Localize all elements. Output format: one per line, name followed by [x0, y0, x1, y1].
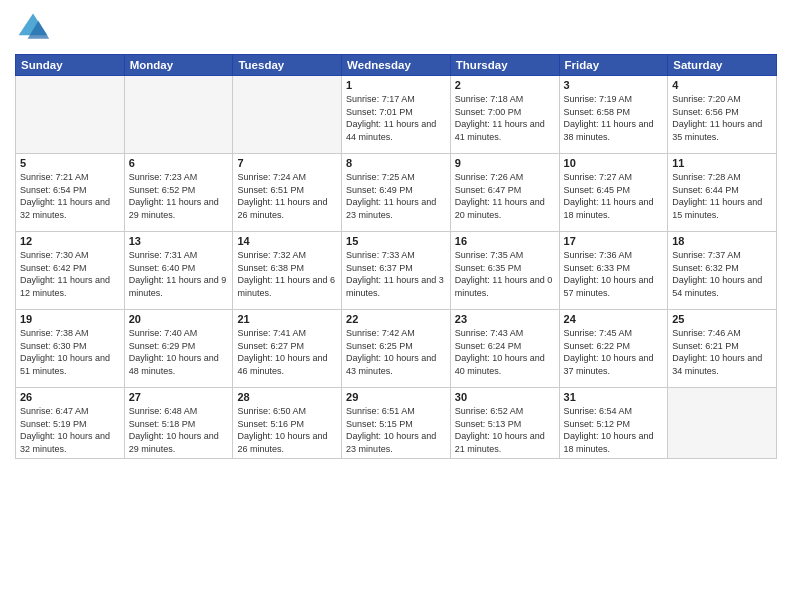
- day-info: Sunrise: 7:40 AM Sunset: 6:29 PM Dayligh…: [129, 327, 229, 377]
- day-number: 19: [20, 313, 120, 325]
- day-info: Sunrise: 7:31 AM Sunset: 6:40 PM Dayligh…: [129, 249, 229, 299]
- header: [15, 10, 777, 46]
- calendar-cell: 14Sunrise: 7:32 AM Sunset: 6:38 PM Dayli…: [233, 232, 342, 310]
- day-info: Sunrise: 6:52 AM Sunset: 5:13 PM Dayligh…: [455, 405, 555, 455]
- calendar-cell: 6Sunrise: 7:23 AM Sunset: 6:52 PM Daylig…: [124, 154, 233, 232]
- weekday-header-saturday: Saturday: [668, 55, 777, 76]
- weekday-header-row: SundayMondayTuesdayWednesdayThursdayFrid…: [16, 55, 777, 76]
- day-number: 14: [237, 235, 337, 247]
- day-number: 8: [346, 157, 446, 169]
- day-info: Sunrise: 7:26 AM Sunset: 6:47 PM Dayligh…: [455, 171, 555, 221]
- calendar-cell: [668, 388, 777, 459]
- day-info: Sunrise: 6:54 AM Sunset: 5:12 PM Dayligh…: [564, 405, 664, 455]
- calendar-cell: 25Sunrise: 7:46 AM Sunset: 6:21 PM Dayli…: [668, 310, 777, 388]
- day-number: 2: [455, 79, 555, 91]
- calendar-week-1: 1Sunrise: 7:17 AM Sunset: 7:01 PM Daylig…: [16, 76, 777, 154]
- day-number: 12: [20, 235, 120, 247]
- day-info: Sunrise: 7:35 AM Sunset: 6:35 PM Dayligh…: [455, 249, 555, 299]
- day-number: 1: [346, 79, 446, 91]
- day-number: 16: [455, 235, 555, 247]
- logo-icon: [15, 10, 51, 46]
- calendar-week-3: 12Sunrise: 7:30 AM Sunset: 6:42 PM Dayli…: [16, 232, 777, 310]
- day-info: Sunrise: 7:24 AM Sunset: 6:51 PM Dayligh…: [237, 171, 337, 221]
- day-number: 24: [564, 313, 664, 325]
- calendar-cell: 4Sunrise: 7:20 AM Sunset: 6:56 PM Daylig…: [668, 76, 777, 154]
- calendar-cell: 10Sunrise: 7:27 AM Sunset: 6:45 PM Dayli…: [559, 154, 668, 232]
- calendar-cell: 12Sunrise: 7:30 AM Sunset: 6:42 PM Dayli…: [16, 232, 125, 310]
- day-number: 31: [564, 391, 664, 403]
- calendar-cell: 3Sunrise: 7:19 AM Sunset: 6:58 PM Daylig…: [559, 76, 668, 154]
- calendar-cell: 8Sunrise: 7:25 AM Sunset: 6:49 PM Daylig…: [342, 154, 451, 232]
- day-info: Sunrise: 6:48 AM Sunset: 5:18 PM Dayligh…: [129, 405, 229, 455]
- day-number: 11: [672, 157, 772, 169]
- calendar-cell: 27Sunrise: 6:48 AM Sunset: 5:18 PM Dayli…: [124, 388, 233, 459]
- day-info: Sunrise: 7:41 AM Sunset: 6:27 PM Dayligh…: [237, 327, 337, 377]
- calendar-cell: 1Sunrise: 7:17 AM Sunset: 7:01 PM Daylig…: [342, 76, 451, 154]
- day-info: Sunrise: 7:32 AM Sunset: 6:38 PM Dayligh…: [237, 249, 337, 299]
- day-info: Sunrise: 7:18 AM Sunset: 7:00 PM Dayligh…: [455, 93, 555, 143]
- weekday-header-monday: Monday: [124, 55, 233, 76]
- day-info: Sunrise: 7:30 AM Sunset: 6:42 PM Dayligh…: [20, 249, 120, 299]
- calendar-cell: 23Sunrise: 7:43 AM Sunset: 6:24 PM Dayli…: [450, 310, 559, 388]
- calendar-cell: 18Sunrise: 7:37 AM Sunset: 6:32 PM Dayli…: [668, 232, 777, 310]
- day-number: 23: [455, 313, 555, 325]
- weekday-header-wednesday: Wednesday: [342, 55, 451, 76]
- day-info: Sunrise: 7:37 AM Sunset: 6:32 PM Dayligh…: [672, 249, 772, 299]
- day-number: 21: [237, 313, 337, 325]
- day-number: 29: [346, 391, 446, 403]
- day-info: Sunrise: 7:25 AM Sunset: 6:49 PM Dayligh…: [346, 171, 446, 221]
- day-info: Sunrise: 7:45 AM Sunset: 6:22 PM Dayligh…: [564, 327, 664, 377]
- calendar-cell: 24Sunrise: 7:45 AM Sunset: 6:22 PM Dayli…: [559, 310, 668, 388]
- day-info: Sunrise: 7:21 AM Sunset: 6:54 PM Dayligh…: [20, 171, 120, 221]
- day-info: Sunrise: 7:23 AM Sunset: 6:52 PM Dayligh…: [129, 171, 229, 221]
- day-number: 22: [346, 313, 446, 325]
- calendar-cell: [233, 76, 342, 154]
- day-info: Sunrise: 7:33 AM Sunset: 6:37 PM Dayligh…: [346, 249, 446, 299]
- day-number: 30: [455, 391, 555, 403]
- calendar-cell: 29Sunrise: 6:51 AM Sunset: 5:15 PM Dayli…: [342, 388, 451, 459]
- calendar-cell: 31Sunrise: 6:54 AM Sunset: 5:12 PM Dayli…: [559, 388, 668, 459]
- calendar-cell: 30Sunrise: 6:52 AM Sunset: 5:13 PM Dayli…: [450, 388, 559, 459]
- calendar-table: SundayMondayTuesdayWednesdayThursdayFrid…: [15, 54, 777, 459]
- day-info: Sunrise: 7:43 AM Sunset: 6:24 PM Dayligh…: [455, 327, 555, 377]
- calendar-cell: [124, 76, 233, 154]
- calendar-cell: 15Sunrise: 7:33 AM Sunset: 6:37 PM Dayli…: [342, 232, 451, 310]
- weekday-header-tuesday: Tuesday: [233, 55, 342, 76]
- calendar-cell: 21Sunrise: 7:41 AM Sunset: 6:27 PM Dayli…: [233, 310, 342, 388]
- weekday-header-sunday: Sunday: [16, 55, 125, 76]
- day-info: Sunrise: 7:27 AM Sunset: 6:45 PM Dayligh…: [564, 171, 664, 221]
- day-info: Sunrise: 7:20 AM Sunset: 6:56 PM Dayligh…: [672, 93, 772, 143]
- calendar-cell: 22Sunrise: 7:42 AM Sunset: 6:25 PM Dayli…: [342, 310, 451, 388]
- day-number: 18: [672, 235, 772, 247]
- day-number: 5: [20, 157, 120, 169]
- day-number: 10: [564, 157, 664, 169]
- day-number: 6: [129, 157, 229, 169]
- day-info: Sunrise: 7:19 AM Sunset: 6:58 PM Dayligh…: [564, 93, 664, 143]
- day-number: 15: [346, 235, 446, 247]
- day-info: Sunrise: 7:42 AM Sunset: 6:25 PM Dayligh…: [346, 327, 446, 377]
- calendar-cell: 5Sunrise: 7:21 AM Sunset: 6:54 PM Daylig…: [16, 154, 125, 232]
- day-number: 27: [129, 391, 229, 403]
- day-info: Sunrise: 7:17 AM Sunset: 7:01 PM Dayligh…: [346, 93, 446, 143]
- calendar-week-4: 19Sunrise: 7:38 AM Sunset: 6:30 PM Dayli…: [16, 310, 777, 388]
- day-number: 3: [564, 79, 664, 91]
- day-number: 26: [20, 391, 120, 403]
- calendar-cell: 9Sunrise: 7:26 AM Sunset: 6:47 PM Daylig…: [450, 154, 559, 232]
- day-number: 4: [672, 79, 772, 91]
- calendar-week-2: 5Sunrise: 7:21 AM Sunset: 6:54 PM Daylig…: [16, 154, 777, 232]
- calendar-cell: 11Sunrise: 7:28 AM Sunset: 6:44 PM Dayli…: [668, 154, 777, 232]
- calendar-cell: [16, 76, 125, 154]
- calendar-cell: 13Sunrise: 7:31 AM Sunset: 6:40 PM Dayli…: [124, 232, 233, 310]
- day-info: Sunrise: 7:38 AM Sunset: 6:30 PM Dayligh…: [20, 327, 120, 377]
- logo: [15, 10, 55, 46]
- day-number: 9: [455, 157, 555, 169]
- day-info: Sunrise: 7:28 AM Sunset: 6:44 PM Dayligh…: [672, 171, 772, 221]
- day-info: Sunrise: 6:51 AM Sunset: 5:15 PM Dayligh…: [346, 405, 446, 455]
- day-info: Sunrise: 6:50 AM Sunset: 5:16 PM Dayligh…: [237, 405, 337, 455]
- day-number: 28: [237, 391, 337, 403]
- calendar-week-5: 26Sunrise: 6:47 AM Sunset: 5:19 PM Dayli…: [16, 388, 777, 459]
- calendar-cell: 2Sunrise: 7:18 AM Sunset: 7:00 PM Daylig…: [450, 76, 559, 154]
- day-info: Sunrise: 7:46 AM Sunset: 6:21 PM Dayligh…: [672, 327, 772, 377]
- day-info: Sunrise: 7:36 AM Sunset: 6:33 PM Dayligh…: [564, 249, 664, 299]
- weekday-header-friday: Friday: [559, 55, 668, 76]
